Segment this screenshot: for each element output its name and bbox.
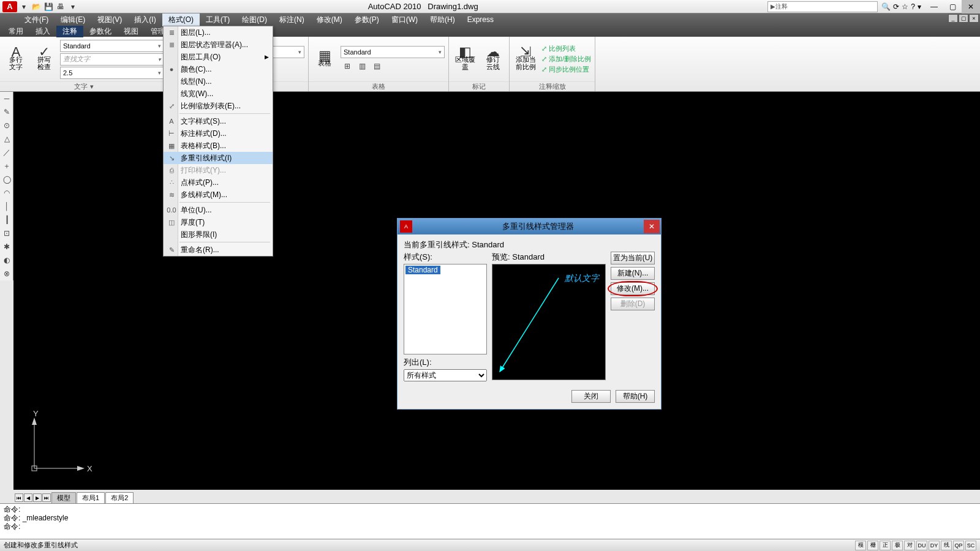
dialog-titlebar[interactable]: A 多重引线样式管理器 ✕ [398,219,661,234]
set-current-button[interactable]: 置为当前(U) [611,252,655,264]
help-search[interactable]: ▶ 注释 [767,1,878,12]
tool-button[interactable]: ⊡ [0,227,13,240]
status-toggle[interactable]: 模 [855,541,866,550]
format-menu-item[interactable]: 图层工具(O)▶ [164,51,273,63]
fav-icon[interactable]: ☆ [902,2,908,11]
format-menu-item[interactable]: 图形界限(I) [164,228,273,241]
tool-button[interactable]: ◯ [0,173,13,186]
ribbon-link[interactable]: ⤢ 比例列表 [541,44,591,53]
tool-button[interactable]: ◐ [0,253,13,267]
tab-nav-button[interactable]: ▶ [33,493,42,502]
drop-icon[interactable]: ▾ [918,2,921,11]
tool-button[interactable]: ⊗ [0,267,13,280]
ribbon-combo[interactable]: Standard [60,40,164,52]
format-menu-item[interactable]: ≣图层状态管理器(A)... [164,39,273,51]
format-menu-item[interactable]: ⤢比例缩放列表(E)... [164,100,273,112]
ribbon-big-button[interactable]: ◧区域覆盖 [453,48,477,70]
menu-item-5[interactable]: 工具(T) [200,13,236,26]
status-toggle[interactable]: 线 [941,541,952,550]
status-toggle[interactable]: DY [929,541,940,550]
save-icon[interactable]: 💾 [43,1,54,12]
comm-icon[interactable]: ⟳ [893,2,899,11]
app-logo[interactable]: A [2,1,17,12]
ribbon-small-button[interactable]: ⊞ [341,59,354,73]
minimize-button[interactable]: — [925,0,943,13]
format-menu-item[interactable]: ◫厚度(T) [164,216,273,228]
list-item[interactable]: Standard [405,266,440,274]
tool-button[interactable]: △ [0,132,13,146]
menu-item-4[interactable]: 格式(O) [162,13,200,26]
format-menu-item[interactable]: ≣图层(L)... [164,26,273,39]
layout-tab[interactable]: 模型 [51,492,76,503]
qat-more-icon[interactable]: ▾ [67,1,78,12]
new-icon[interactable]: ▾ [18,1,29,12]
menu-item-11[interactable]: 帮助(H) [424,13,461,26]
tab-nav-button[interactable]: ◀ [24,493,32,502]
close-button[interactable]: ✕ [962,0,980,13]
list-filter-select[interactable]: 所有样式 [404,369,487,381]
doc-min-button[interactable]: _ [948,14,958,23]
print-icon[interactable]: 🖶 [55,1,66,12]
status-toggle[interactable]: 对 [904,541,915,550]
command-line[interactable]: 命令:命令: _mleaderstyle命令: [0,503,980,539]
dialog-close-footer-button[interactable]: 关闭 [571,390,611,403]
status-toggle[interactable]: 正 [880,541,891,550]
help-icon[interactable]: ? [911,2,915,11]
tab-nav-button[interactable]: ⏭ [42,493,51,502]
tab-nav-button[interactable]: ⏮ [15,493,23,502]
ribbon-big-button[interactable]: ✓拼写检查 [32,48,56,70]
tool-button[interactable]: ┃ [0,213,13,227]
ribbon-big-button[interactable]: ▦表格 [312,52,337,67]
status-toggle[interactable]: QP [953,541,964,550]
open-icon[interactable]: 📂 [31,1,42,12]
ribbon-small-button[interactable]: ▤ [370,59,383,73]
tool-button[interactable]: ⊙ [0,119,13,132]
tool-button[interactable]: ◠ [0,186,13,200]
ribbon-tab-4[interactable]: 视图 [118,26,145,37]
ribbon-big-button[interactable]: ☁修订云线 [481,48,505,70]
format-menu-item[interactable]: ●颜色(C)... [164,63,273,75]
format-menu-item[interactable]: 线型(N)... [164,75,273,88]
doc-max-button[interactable]: ▢ [959,14,968,23]
tool-button[interactable]: ＋ [0,159,13,173]
doc-close-button[interactable]: × [969,14,979,23]
menu-item-0[interactable]: 文件(F) [18,13,55,26]
menu-item-3[interactable]: 插入(I) [128,13,162,26]
tool-button[interactable]: ✎ [0,105,13,119]
modify-style-button[interactable]: 修改(M)... [611,282,655,295]
format-menu-item[interactable]: 线宽(W)... [164,88,273,100]
ribbon-link[interactable]: ⤢ 同步比例位置 [541,65,591,74]
status-toggle[interactable]: 栅 [867,541,878,550]
ribbon-combo[interactable]: Standard [341,46,445,58]
ribbon-tab-1[interactable]: 插入 [29,26,56,37]
menu-item-6[interactable]: 绘图(D) [236,13,273,26]
format-menu-item[interactable]: ↘多重引线样式(I) [164,152,273,164]
menu-item-8[interactable]: 修改(M) [311,13,349,26]
format-menu-item[interactable]: A文字样式(S)... [164,115,273,127]
format-menu-item[interactable]: ▦表格样式(B)... [164,140,273,152]
format-menu-item[interactable]: ≋多线样式(M)... [164,189,273,201]
status-toggle[interactable]: DU [916,541,927,550]
status-toggle[interactable]: SC [965,541,976,550]
format-menu-item[interactable]: ⊢标注样式(D)... [164,127,273,140]
ribbon-big-button[interactable]: ⇲添加当前比例 [513,48,538,70]
tool-button[interactable]: │ [0,200,13,213]
status-toggle[interactable]: 极 [892,541,903,550]
menu-item-7[interactable]: 标注(N) [273,13,311,26]
new-style-button[interactable]: 新建(N)... [611,267,655,280]
tool-button[interactable]: ✱ [0,240,13,253]
ribbon-tab-0[interactable]: 常用 [2,26,29,37]
ribbon-combo[interactable]: 2.5 [60,67,164,79]
maximize-button[interactable]: ▢ [943,0,962,13]
menu-item-1[interactable]: 编辑(E) [55,13,91,26]
tool-button[interactable]: ─ [0,92,13,105]
ribbon-combo[interactable]: 查找文字 [60,53,164,66]
layout-tab[interactable]: 布局1 [77,492,105,503]
format-menu-item[interactable]: ∴点样式(P)... [164,176,273,189]
ribbon-small-button[interactable]: ▥ [355,59,369,73]
format-menu-item[interactable]: ✎重命名(R)... [164,244,273,256]
search-icon[interactable]: 🔍 [881,2,891,11]
dialog-help-button[interactable]: 帮助(H) [616,390,655,403]
format-menu-item[interactable]: 0.0单位(U)... [164,204,273,216]
menu-item-12[interactable]: Express [461,14,500,25]
